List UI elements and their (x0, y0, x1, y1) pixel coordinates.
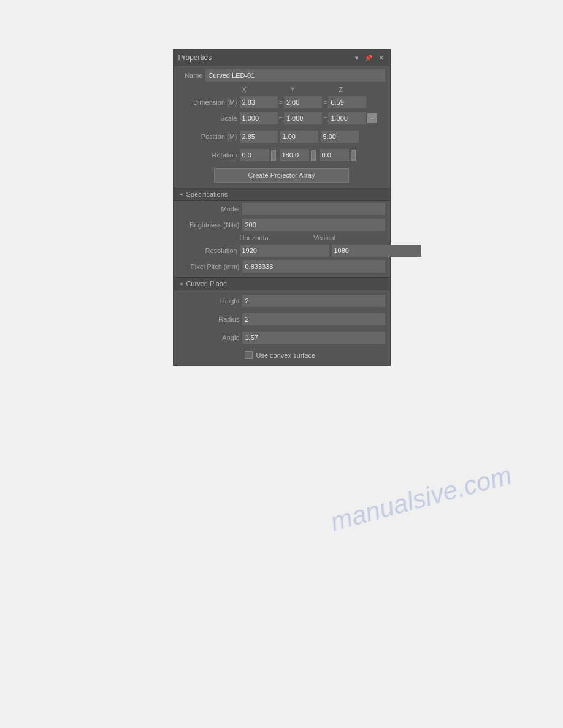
specifications-label: Specifications (186, 191, 228, 198)
position-label: Position (M) (178, 133, 240, 140)
specifications-arrow-icon: ◄ (178, 191, 184, 197)
resolution-v-input[interactable] (332, 245, 421, 257)
convex-surface-row: Use convex surface (174, 348, 390, 365)
scale-eq-1: = (278, 115, 284, 122)
dimension-y-input[interactable] (284, 96, 322, 108)
brightness-label: Brightness (Nits) (178, 221, 240, 229)
rotation-x-input[interactable] (240, 149, 269, 161)
position-y-input[interactable] (280, 131, 318, 143)
xyz-header-row: X Y Z (174, 85, 390, 94)
angle-input[interactable] (242, 332, 385, 344)
curved-plane-section-header[interactable]: ◄ Curved Plane (174, 277, 390, 290)
height-input[interactable] (242, 295, 385, 307)
angle-label: Angle (178, 334, 240, 341)
scale-y-input[interactable] (284, 112, 322, 124)
z-header: Z (337, 86, 385, 93)
pixel-pitch-input[interactable] (242, 260, 385, 273)
name-input[interactable] (205, 69, 385, 82)
panel-header: Properties ▾ 📌 ✕ (174, 50, 390, 66)
rotation-row: Rotation (174, 147, 390, 163)
scale-z-input[interactable] (328, 112, 366, 124)
rotation-label: Rotation (178, 151, 240, 159)
dimension-fields: = = (240, 96, 385, 108)
resolution-label: Resolution (178, 247, 240, 254)
scale-row: Scale = = ↔ (174, 110, 390, 126)
radius-input[interactable] (242, 313, 385, 325)
brightness-input[interactable] (242, 219, 385, 231)
panel-controls: ▾ 📌 ✕ (354, 54, 385, 62)
scale-link-button[interactable]: ↔ (367, 113, 377, 123)
dimension-row: Dimension (M) = = (174, 94, 390, 110)
curved-plane-label: Curved Plane (186, 280, 227, 287)
brightness-row: Brightness (Nits) (174, 217, 390, 233)
resolution-fields (240, 245, 421, 257)
name-row: Name (174, 66, 390, 85)
rotation-z-handle[interactable] (351, 150, 356, 161)
height-row: Height (174, 293, 390, 309)
height-label: Height (178, 297, 240, 305)
resolution-header-row: Horizontal Vertical (174, 233, 390, 243)
model-input[interactable] (242, 203, 385, 215)
res-headers: Horizontal Vertical (240, 234, 385, 241)
model-row: Model (174, 201, 390, 217)
res-vertical-header: Vertical (313, 234, 385, 241)
x-header: X (240, 86, 288, 93)
dim-eq-2: = (322, 99, 328, 106)
rotation-x-handle[interactable] (271, 150, 276, 161)
name-label: Name (178, 72, 203, 79)
scale-label: Scale (178, 115, 240, 122)
dimension-z-input[interactable] (328, 96, 366, 108)
scale-x-input[interactable] (240, 112, 278, 124)
position-x-input[interactable] (240, 131, 278, 143)
panel-body: Name X Y Z Dimension (M) = = Sc (174, 66, 390, 365)
model-label: Model (178, 205, 240, 213)
scale-fields: = = ↔ (240, 112, 385, 124)
res-horizontal-header: Horizontal (240, 234, 312, 241)
dimension-x-input[interactable] (240, 96, 278, 108)
position-z-input[interactable] (321, 131, 359, 143)
position-fields (240, 131, 385, 143)
panel-title: Properties (178, 53, 212, 62)
dimension-label: Dimension (M) (178, 99, 240, 106)
resolution-h-input[interactable] (240, 245, 329, 257)
close-button[interactable]: ✕ (377, 54, 385, 62)
specifications-section-header[interactable]: ◄ Specifications (174, 188, 390, 201)
radius-row: Radius (174, 311, 390, 327)
rotation-z-input[interactable] (320, 149, 349, 161)
position-row: Position (M) (174, 129, 390, 145)
dim-eq-1: = (278, 99, 284, 106)
rotation-y-handle[interactable] (311, 150, 316, 161)
pixel-pitch-row: Pixel Pitch (mm) (174, 259, 390, 275)
pixel-pitch-label: Pixel Pitch (mm) (178, 263, 240, 270)
convex-checkbox[interactable] (245, 351, 253, 359)
radius-label: Radius (178, 316, 240, 323)
pin-button[interactable]: 📌 (364, 55, 373, 61)
create-projector-array-button[interactable]: Create Projector Array (214, 168, 349, 183)
angle-row: Angle (174, 330, 390, 346)
convex-label: Use convex surface (256, 352, 316, 359)
watermark: manualsive.com (327, 461, 515, 537)
resolution-row: Resolution (174, 243, 390, 259)
y-header: Y (288, 86, 337, 93)
create-btn-row: Create Projector Array (174, 163, 390, 188)
curved-plane-arrow-icon: ◄ (178, 281, 184, 287)
scale-eq-2: = (322, 115, 328, 122)
minimize-button[interactable]: ▾ (354, 54, 360, 62)
properties-panel: Properties ▾ 📌 ✕ Name X Y Z Dimension (M… (173, 49, 391, 366)
rotation-y-input[interactable] (280, 149, 309, 161)
xyz-headers: X Y Z (240, 86, 385, 93)
